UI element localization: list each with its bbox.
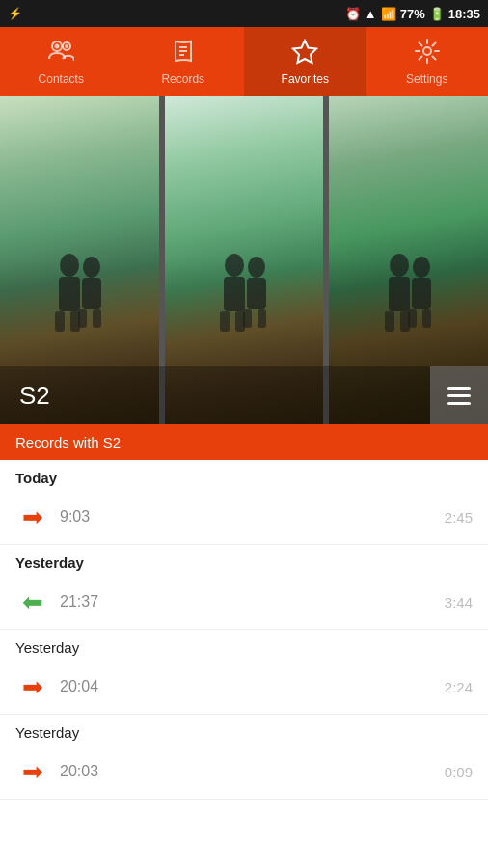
svg-marker-7 — [293, 41, 316, 63]
settings-label: Settings — [406, 72, 447, 86]
call-time: 20:03 — [60, 763, 445, 780]
call-duration: 2:45 — [445, 509, 473, 526]
record-item[interactable]: ➡ 20:03 0:09 — [0, 745, 488, 800]
svg-point-13 — [83, 257, 100, 278]
svg-rect-23 — [243, 309, 252, 328]
tab-favorites[interactable]: Favorites — [244, 27, 366, 96]
date-header-yesterday-1: Yesterday — [0, 545, 488, 575]
records-header-text: Records with S2 — [15, 434, 121, 450]
svg-point-21 — [248, 257, 265, 278]
battery-text: 77% — [400, 7, 425, 21]
svg-point-9 — [60, 254, 79, 277]
record-item[interactable]: ⬅ 21:37 3:44 — [0, 575, 488, 630]
tab-settings[interactable]: Settings — [366, 27, 489, 96]
svg-point-29 — [413, 257, 430, 278]
tab-contacts[interactable]: Contacts — [0, 27, 122, 96]
records-label: Records — [161, 72, 204, 86]
contacts-icon — [47, 38, 74, 68]
call-duration: 3:44 — [445, 594, 473, 610]
call-duration: 0:09 — [445, 764, 473, 780]
settings-icon — [414, 38, 441, 68]
outgoing-call-arrow-3: ➡ — [15, 754, 50, 789]
record-item[interactable]: ➡ 9:03 2:45 — [0, 490, 488, 545]
svg-rect-32 — [422, 309, 431, 328]
svg-rect-26 — [389, 277, 410, 311]
favorites-label: Favorites — [282, 72, 329, 86]
date-header-yesterday-3: Yesterday — [0, 715, 488, 745]
contacts-label: Contacts — [39, 72, 84, 86]
outgoing-call-arrow: ➡ — [15, 500, 50, 534]
svg-point-1 — [55, 44, 60, 49]
menu-lines-icon — [447, 387, 471, 405]
nav-tabs: Contacts Records Favorites Settings — [0, 27, 488, 96]
tab-records[interactable]: Records — [122, 27, 245, 96]
name-overlay: S2 — [0, 366, 430, 424]
signal-icon: 📶 — [381, 7, 396, 21]
records-with-header: Records with S2 — [0, 424, 488, 460]
status-bar: ⚡ ⏰ ▲ 📶 77% 🔋 18:35 — [0, 0, 488, 27]
time-display: 18:35 — [448, 7, 480, 21]
menu-button[interactable] — [430, 366, 488, 424]
menu-line-3 — [447, 402, 471, 405]
svg-rect-11 — [55, 311, 65, 332]
svg-point-17 — [225, 254, 244, 277]
svg-rect-19 — [220, 311, 230, 332]
call-time: 9:03 — [60, 508, 445, 526]
profile-section: S2 — [0, 96, 488, 424]
svg-rect-22 — [247, 278, 266, 309]
svg-rect-27 — [385, 311, 394, 332]
profile-name: S2 — [19, 381, 50, 411]
status-right-info: ⏰ ▲ 📶 77% 🔋 18:35 — [345, 7, 480, 21]
date-header-yesterday-2: Yesterday — [0, 630, 488, 660]
svg-rect-31 — [408, 309, 417, 328]
svg-point-3 — [65, 44, 68, 48]
records-list: Today ➡ 9:03 2:45 Yesterday ⬅ 21:37 3:44… — [0, 460, 488, 800]
svg-rect-18 — [224, 277, 245, 311]
svg-rect-16 — [93, 309, 101, 328]
arrow-right-icon-2: ➡ — [22, 672, 43, 702]
favorites-icon — [291, 38, 318, 68]
date-header-today: Today — [0, 460, 488, 490]
svg-point-8 — [423, 47, 431, 55]
outgoing-call-arrow-2: ➡ — [15, 669, 50, 704]
call-time: 21:37 — [60, 593, 445, 610]
usb-icon: ⚡ — [8, 7, 22, 20]
record-item[interactable]: ➡ 20:04 2:24 — [0, 660, 488, 715]
call-duration: 2:24 — [445, 679, 473, 695]
svg-rect-10 — [59, 277, 80, 311]
arrow-left-icon: ⬅ — [22, 587, 43, 617]
status-left-icons: ⚡ — [8, 7, 22, 20]
alarm-icon: ⏰ — [345, 7, 361, 21]
menu-line-1 — [447, 387, 471, 390]
menu-line-2 — [447, 394, 471, 397]
arrow-right-icon: ➡ — [22, 502, 43, 532]
battery-icon: 🔋 — [429, 7, 445, 21]
wifi-icon: ▲ — [365, 7, 377, 21]
arrow-right-icon-3: ➡ — [22, 757, 43, 787]
svg-rect-24 — [258, 309, 266, 328]
call-time: 20:04 — [60, 678, 445, 695]
svg-rect-14 — [82, 278, 101, 309]
svg-rect-30 — [412, 278, 431, 309]
incoming-call-arrow: ⬅ — [15, 584, 50, 619]
svg-point-25 — [390, 254, 409, 277]
svg-rect-15 — [78, 309, 87, 328]
records-icon — [170, 38, 197, 68]
